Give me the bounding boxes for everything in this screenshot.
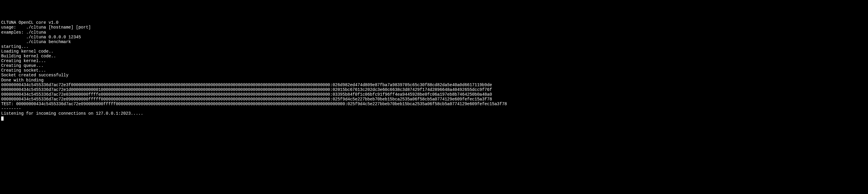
terminal-output: CLTUNA OpenCL core v1.0usage: ./cltuna [… [1, 20, 867, 116]
terminal-line: Creating kernel... [1, 58, 867, 63]
terminal-line: starting... [1, 44, 867, 49]
terminal-line: usage: ./cltuna [hostname] [port] [1, 25, 867, 30]
terminal-line: ./cltuna benchmark [1, 39, 867, 44]
terminal-line: TEST: 00000000434c5455336d7ac72e09000000… [1, 102, 867, 106]
terminal-line: 00000000434c5455336d7ac72e3f000000000000… [1, 83, 867, 87]
terminal-line: Building kernel code.. [1, 54, 867, 58]
terminal-line: Socket created successfully [1, 73, 867, 78]
terminal-line: 00000000434c5455336d7ac72e1d000000000001… [1, 87, 867, 92]
terminal-line: Creating socket... [1, 68, 867, 73]
terminal-line: Creating queue... [1, 63, 867, 68]
terminal-line: examples: ./cltuna [1, 30, 867, 35]
terminal-line: Listening for incoming connections on 12… [1, 111, 867, 116]
terminal-line: Loading kernel code.. [1, 49, 867, 54]
terminal-line: -------- [1, 106, 867, 111]
terminal-line: 00000000434c5455336d7ac72e090000000fffff… [1, 97, 867, 102]
terminal-line: 00000000434c5455336d7ac72e030000000ffffe… [1, 92, 867, 97]
terminal-line: Done with binding [1, 78, 867, 83]
terminal-line: ./cltuna 0.0.0.0 12345 [1, 35, 867, 39]
terminal-cursor [1, 116, 4, 121]
terminal-line: CLTUNA OpenCL core v1.0 [1, 20, 867, 25]
